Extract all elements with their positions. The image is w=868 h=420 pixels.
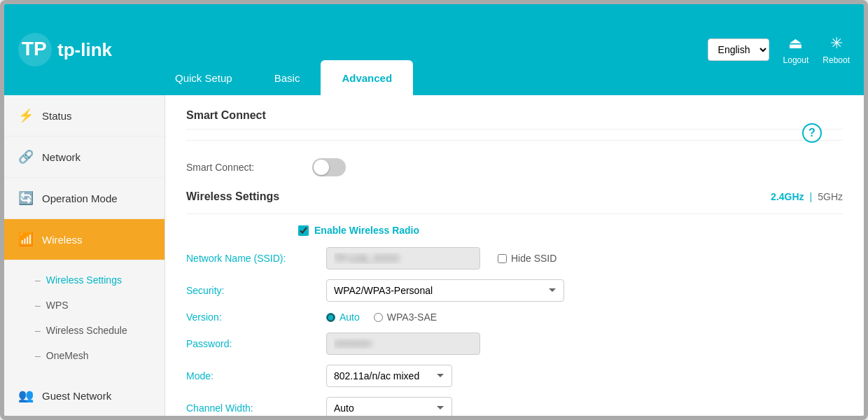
nav-tabs: Quick Setup Basic Advanced bbox=[154, 4, 413, 95]
sidebar-item-wireless-settings[interactable]: Wireless Settings bbox=[4, 267, 164, 293]
network-name-control: Hide SSID bbox=[326, 247, 676, 270]
language-select[interactable]: English bbox=[708, 38, 769, 61]
reboot-icon: ✳ bbox=[830, 34, 843, 52]
operation-mode-icon: 🔄 bbox=[18, 190, 34, 206]
smart-connect-label: Smart Connect: bbox=[186, 162, 298, 173]
logout-icon: ⏏ bbox=[788, 34, 803, 52]
sidebar-item-wireless-schedule[interactable]: Wireless Schedule bbox=[4, 318, 164, 343]
channel-width-select[interactable]: Auto 20MHz 40MHz 80MHz bbox=[326, 397, 452, 416]
onemesh-label: OneMesh bbox=[46, 350, 89, 361]
toggle-knob bbox=[314, 160, 329, 175]
security-select[interactable]: WPA2/WPA3-Personal WPA2-Personal WPA3-Pe… bbox=[326, 279, 564, 302]
password-label: Password: bbox=[186, 338, 326, 349]
sidebar-item-operation-mode[interactable]: 🔄 Operation Mode bbox=[4, 178, 164, 219]
smart-connect-title: Smart Connect bbox=[186, 109, 843, 130]
sidebar-label-guest-network: Guest Network bbox=[42, 390, 111, 402]
wireless-icon: 📶 bbox=[18, 232, 34, 247]
network-name-row: Network Name (SSID): Hide SSID bbox=[186, 247, 843, 270]
password-input[interactable] bbox=[326, 332, 480, 355]
status-icon: ⚡ bbox=[18, 108, 34, 123]
sidebar-item-wireless[interactable]: 📶 Wireless bbox=[4, 219, 164, 260]
smart-connect-toggle[interactable] bbox=[312, 158, 346, 176]
wireless-settings-label: Wireless Settings bbox=[46, 274, 122, 286]
channel-width-control: Auto 20MHz 40MHz 80MHz bbox=[326, 397, 676, 416]
reboot-label: Reboot bbox=[822, 55, 850, 65]
freq-24-link[interactable]: 2.4GHz bbox=[771, 191, 804, 202]
tab-advanced[interactable]: Advanced bbox=[321, 60, 413, 95]
mode-row: Mode: 802.11a/n/ac mixed 802.11n/ac mixe… bbox=[186, 365, 843, 387]
version-control: Auto WPA3-SAE bbox=[326, 312, 676, 323]
sidebar-item-wps[interactable]: WPS bbox=[4, 293, 164, 318]
version-auto-option[interactable]: Auto bbox=[326, 312, 360, 323]
version-wpa3sae-option[interactable]: WPA3-SAE bbox=[374, 312, 437, 323]
svg-text:TP: TP bbox=[22, 38, 47, 59]
version-wpa3sae-label: WPA3-SAE bbox=[387, 312, 437, 323]
version-wpa3sae-radio[interactable] bbox=[374, 313, 383, 322]
guest-network-icon: 👥 bbox=[18, 388, 34, 403]
version-label: Version: bbox=[186, 312, 326, 323]
sidebar-item-onemesh[interactable]: OneMesh bbox=[4, 343, 164, 368]
hide-ssid-label: Hide SSID bbox=[511, 253, 556, 264]
network-name-label: Network Name (SSID): bbox=[186, 253, 326, 264]
password-row: Password: bbox=[186, 332, 843, 355]
main-content: ? Smart Connect Smart Connect: Wireless … bbox=[165, 95, 864, 416]
header-controls: English ⏏ Logout ✳ Reboot bbox=[708, 34, 850, 65]
channel-width-row: Channel Width: Auto 20MHz 40MHz 80MHz bbox=[186, 397, 843, 416]
wireless-schedule-label: Wireless Schedule bbox=[46, 325, 127, 336]
freq-links: 2.4GHz | 5GHz bbox=[771, 191, 843, 202]
enable-wireless-row: Enable Wireless Radio bbox=[186, 225, 843, 236]
security-row: Security: WPA2/WPA3-Personal WPA2-Person… bbox=[186, 279, 843, 302]
wps-label: WPS bbox=[46, 300, 69, 311]
tab-quick-setup[interactable]: Quick Setup bbox=[154, 60, 253, 95]
reboot-button[interactable]: ✳ Reboot bbox=[822, 34, 850, 65]
sidebar-label-network: Network bbox=[42, 151, 80, 163]
tab-basic[interactable]: Basic bbox=[253, 60, 321, 95]
sidebar-label-wireless: Wireless bbox=[42, 234, 83, 246]
network-name-input[interactable] bbox=[326, 247, 480, 270]
hide-ssid-row: Hide SSID bbox=[498, 253, 556, 264]
wireless-settings-title: Wireless Settings bbox=[186, 190, 279, 203]
freq-sep: | bbox=[810, 191, 813, 202]
sidebar-label-operation-mode: Operation Mode bbox=[42, 192, 118, 204]
network-icon: 🔗 bbox=[18, 149, 34, 164]
version-auto-label: Auto bbox=[340, 312, 360, 323]
mode-select[interactable]: 802.11a/n/ac mixed 802.11n/ac mixed 802.… bbox=[326, 365, 452, 387]
sidebar-label-status: Status bbox=[42, 110, 72, 122]
freq-5-link[interactable]: 5GHz bbox=[818, 191, 843, 202]
password-control bbox=[326, 332, 676, 355]
security-label: Security: bbox=[186, 285, 326, 296]
sidebar: ⚡ Status 🔗 Network 🔄 Operation Mode 📶 Wi… bbox=[4, 95, 165, 416]
logo-text: tp-link bbox=[57, 39, 112, 61]
channel-width-label: Channel Width: bbox=[186, 402, 326, 414]
mode-label: Mode: bbox=[186, 370, 326, 382]
version-row: Version: Auto WPA3-SAE bbox=[186, 312, 843, 323]
help-icon[interactable]: ? bbox=[802, 123, 822, 143]
logo: TP tp-link bbox=[18, 33, 112, 66]
security-control: WPA2/WPA3-Personal WPA2-Personal WPA3-Pe… bbox=[326, 279, 676, 302]
mode-control: 802.11a/n/ac mixed 802.11n/ac mixed 802.… bbox=[326, 365, 676, 387]
enable-wireless-label: Enable Wireless Radio bbox=[314, 225, 419, 236]
logout-button[interactable]: ⏏ Logout bbox=[783, 34, 809, 65]
version-auto-radio[interactable] bbox=[326, 313, 335, 322]
hide-ssid-checkbox[interactable] bbox=[498, 254, 507, 263]
logout-label: Logout bbox=[783, 55, 809, 65]
sidebar-item-network[interactable]: 🔗 Network bbox=[4, 136, 164, 178]
smart-connect-row: Smart Connect: bbox=[186, 151, 843, 190]
sidebar-item-status[interactable]: ⚡ Status bbox=[4, 95, 164, 136]
enable-wireless-checkbox[interactable] bbox=[298, 225, 309, 236]
wireless-settings-header: Wireless Settings 2.4GHz | 5GHz bbox=[186, 190, 843, 203]
sidebar-item-guest-network[interactable]: 👥 Guest Network bbox=[4, 375, 164, 416]
wireless-submenu: Wireless Settings WPS Wireless Schedule … bbox=[4, 260, 164, 375]
